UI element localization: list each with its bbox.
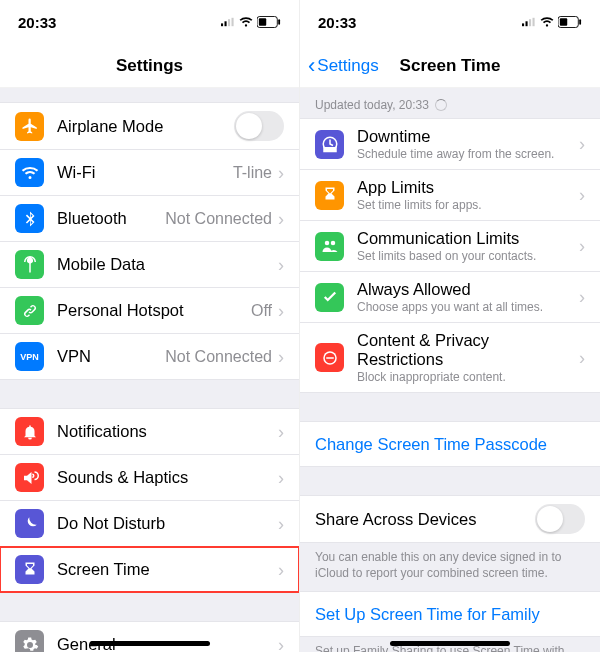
- row-subtitle: Block inappropriate content.: [357, 370, 579, 384]
- applimits-row[interactable]: App LimitsSet time limits for apps.›: [300, 170, 600, 221]
- wifi-status-icon: [540, 15, 554, 29]
- spinner-icon: [435, 99, 447, 111]
- row-subtitle: Schedule time away from the screen.: [357, 147, 579, 161]
- status-bar: 20:33: [0, 0, 299, 44]
- airplane-row[interactable]: Airplane Mode: [0, 103, 299, 150]
- svg-rect-23: [533, 18, 535, 26]
- row-label: Do Not Disturb: [57, 514, 278, 533]
- svg-rect-15: [228, 19, 230, 26]
- home-indicator[interactable]: [390, 641, 510, 646]
- sounds-row[interactable]: Sounds & Haptics›: [0, 455, 299, 501]
- screentime-row[interactable]: Screen Time›: [0, 547, 299, 592]
- moon-icon: [15, 509, 44, 538]
- chevron-right-icon: ›: [278, 302, 284, 320]
- svg-rect-16: [232, 18, 234, 26]
- row-subtitle: Choose apps you want at all times.: [357, 300, 579, 314]
- nav-bar: Settings: [0, 44, 299, 88]
- content-row[interactable]: Content & Privacy RestrictionsBlock inap…: [300, 323, 600, 392]
- row-label: VPN: [57, 347, 165, 366]
- wifi-row[interactable]: Wi-FiT-line›: [0, 150, 299, 196]
- bell-icon: [15, 417, 44, 446]
- airplane-toggle[interactable]: [234, 111, 284, 141]
- svg-rect-26: [579, 19, 581, 25]
- general-row[interactable]: General›: [0, 622, 299, 652]
- antenna-icon: [15, 250, 44, 279]
- share-toggle[interactable]: [535, 504, 585, 534]
- svg-rect-14: [225, 21, 227, 26]
- row-label: Content & Privacy Restrictions: [357, 331, 579, 369]
- setup-family-button[interactable]: Set Up Screen Time for Family: [300, 592, 600, 636]
- svg-rect-20: [522, 23, 524, 26]
- people-icon: [315, 232, 344, 261]
- status-indicators: [221, 15, 281, 29]
- chevron-right-icon: ›: [278, 164, 284, 182]
- mobile-row[interactable]: Mobile Data›: [0, 242, 299, 288]
- chevron-right-icon: ›: [278, 348, 284, 366]
- row-label: Communication Limits: [357, 229, 579, 248]
- row-value: Not Connected: [165, 348, 272, 366]
- vpn-icon: VPN: [15, 342, 44, 371]
- row-value: Not Connected: [165, 210, 272, 228]
- settings-screen: 20:33 Settings Airplane ModeWi-FiT-line›…: [0, 0, 300, 652]
- stop-icon: [315, 343, 344, 372]
- row-label: Sounds & Haptics: [57, 468, 278, 487]
- dnd-row[interactable]: Do Not Disturb›: [0, 501, 299, 547]
- speaker-icon: [15, 463, 44, 492]
- row-label: Notifications: [57, 422, 278, 441]
- battery-icon: [257, 16, 281, 28]
- check-icon: [315, 283, 344, 312]
- chevron-right-icon: ›: [579, 349, 585, 367]
- hourglass-icon: [315, 181, 344, 210]
- airplane-icon: [15, 112, 44, 141]
- commlimits-row[interactable]: Communication LimitsSet limits based on …: [300, 221, 600, 272]
- cellular-icon: [522, 15, 536, 29]
- settings-list[interactable]: Airplane ModeWi-FiT-line›BluetoothNot Co…: [0, 88, 299, 652]
- back-button[interactable]: ‹ Settings: [308, 55, 379, 77]
- svg-rect-13: [221, 23, 223, 26]
- bluetooth-row[interactable]: BluetoothNot Connected›: [0, 196, 299, 242]
- hotspot-row[interactable]: Personal HotspotOff›: [0, 288, 299, 334]
- chevron-right-icon: ›: [579, 237, 585, 255]
- bluetooth-icon: [15, 204, 44, 233]
- share-footer: You can enable this on any device signed…: [300, 543, 600, 591]
- hourglass-icon: [15, 555, 44, 584]
- row-label: Bluetooth: [57, 209, 165, 228]
- chevron-right-icon: ›: [278, 469, 284, 487]
- wifi-status-icon: [239, 15, 253, 29]
- always-row[interactable]: Always AllowedChoose apps you want at al…: [300, 272, 600, 323]
- svg-rect-21: [526, 21, 528, 26]
- chevron-right-icon: ›: [579, 288, 585, 306]
- home-indicator[interactable]: [90, 641, 210, 646]
- nav-bar: ‹ Settings Screen Time: [300, 44, 600, 88]
- share-across-devices-row[interactable]: Share Across Devices: [300, 496, 600, 542]
- downtime-row[interactable]: DowntimeSchedule time away from the scre…: [300, 119, 600, 170]
- chevron-right-icon: ›: [278, 256, 284, 274]
- screen-time-list[interactable]: Updated today, 20:33 DowntimeSchedule ti…: [300, 88, 600, 652]
- change-passcode-button[interactable]: Change Screen Time Passcode: [300, 422, 600, 466]
- status-time: 20:33: [318, 14, 356, 31]
- chevron-right-icon: ›: [278, 423, 284, 441]
- status-indicators: [522, 15, 582, 29]
- chevron-left-icon: ‹: [308, 55, 315, 77]
- svg-rect-25: [560, 18, 567, 25]
- page-title: Screen Time: [400, 56, 501, 76]
- chevron-right-icon: ›: [278, 515, 284, 533]
- wifi-icon: [15, 158, 44, 187]
- row-label: Wi-Fi: [57, 163, 233, 182]
- vpn-row[interactable]: VPNVPNNot Connected›: [0, 334, 299, 379]
- row-label: Screen Time: [57, 560, 278, 579]
- row-subtitle: Set time limits for apps.: [357, 198, 579, 212]
- notifications-row[interactable]: Notifications›: [0, 409, 299, 455]
- row-label: Downtime: [357, 127, 579, 146]
- page-title: Settings: [116, 56, 183, 76]
- chevron-right-icon: ›: [278, 561, 284, 579]
- row-label: Personal Hotspot: [57, 301, 251, 320]
- screen-time-screen: 20:33 ‹ Settings Screen Time Updated tod…: [300, 0, 600, 652]
- row-label: App Limits: [357, 178, 579, 197]
- status-bar: 20:33: [300, 0, 600, 44]
- row-subtitle: Set limits based on your contacts.: [357, 249, 579, 263]
- svg-rect-29: [326, 357, 334, 359]
- svg-rect-22: [529, 19, 531, 26]
- cellular-icon: [221, 15, 235, 29]
- chevron-right-icon: ›: [278, 636, 284, 653]
